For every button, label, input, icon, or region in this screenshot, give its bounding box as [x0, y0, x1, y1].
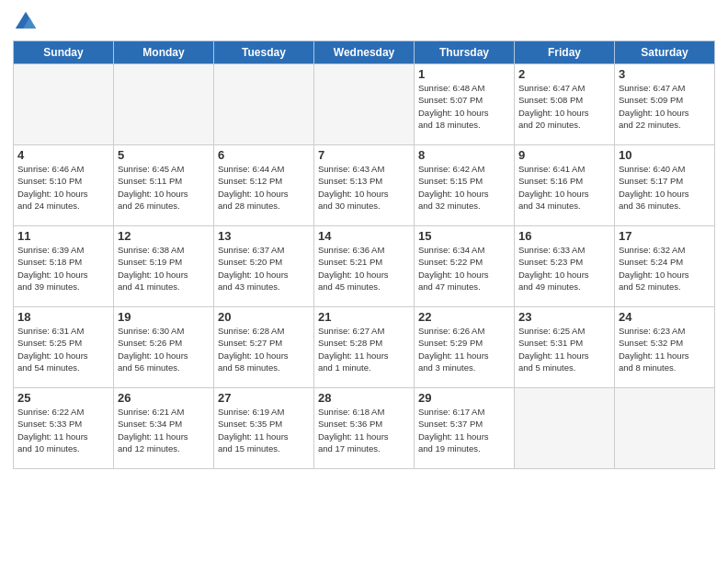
day-info: Sunrise: 6:44 AM Sunset: 5:12 PM Dayligh… — [218, 163, 310, 212]
calendar-cell: 9Sunrise: 6:41 AM Sunset: 5:16 PM Daylig… — [515, 145, 615, 226]
calendar-cell: 21Sunrise: 6:27 AM Sunset: 5:28 PM Dayli… — [314, 307, 415, 388]
calendar-cell: 16Sunrise: 6:33 AM Sunset: 5:23 PM Dayli… — [515, 226, 615, 307]
day-number: 8 — [418, 148, 510, 162]
calendar-cell: 14Sunrise: 6:36 AM Sunset: 5:21 PM Dayli… — [314, 226, 415, 307]
calendar-cell: 25Sunrise: 6:22 AM Sunset: 5:33 PM Dayli… — [14, 388, 114, 469]
calendar-cell: 1Sunrise: 6:48 AM Sunset: 5:07 PM Daylig… — [415, 64, 515, 145]
calendar-cell — [615, 388, 715, 469]
day-info: Sunrise: 6:18 AM Sunset: 5:36 PM Dayligh… — [318, 406, 410, 454]
weekday-header-row: SundayMondayTuesdayWednesdayThursdayFrid… — [14, 41, 715, 64]
day-info: Sunrise: 6:47 AM Sunset: 5:08 PM Dayligh… — [518, 82, 610, 131]
calendar-cell: 4Sunrise: 6:46 AM Sunset: 5:10 PM Daylig… — [14, 145, 114, 226]
day-info: Sunrise: 6:30 AM Sunset: 5:26 PM Dayligh… — [118, 325, 210, 373]
calendar-cell: 22Sunrise: 6:26 AM Sunset: 5:29 PM Dayli… — [415, 307, 515, 388]
day-number: 19 — [118, 310, 210, 324]
calendar-cell: 20Sunrise: 6:28 AM Sunset: 5:27 PM Dayli… — [214, 307, 314, 388]
day-number: 6 — [218, 148, 310, 162]
calendar-cell: 8Sunrise: 6:42 AM Sunset: 5:15 PM Daylig… — [415, 145, 515, 226]
day-info: Sunrise: 6:41 AM Sunset: 5:16 PM Dayligh… — [518, 163, 610, 212]
day-info: Sunrise: 6:28 AM Sunset: 5:27 PM Dayligh… — [218, 325, 310, 373]
calendar-cell: 11Sunrise: 6:39 AM Sunset: 5:18 PM Dayli… — [14, 226, 114, 307]
calendar-cell: 2Sunrise: 6:47 AM Sunset: 5:08 PM Daylig… — [515, 64, 615, 145]
day-number: 26 — [118, 391, 210, 405]
day-info: Sunrise: 6:45 AM Sunset: 5:11 PM Dayligh… — [118, 163, 210, 212]
weekday-header-tuesday: Tuesday — [214, 41, 314, 64]
calendar-week-0: 1Sunrise: 6:48 AM Sunset: 5:07 PM Daylig… — [14, 64, 715, 145]
calendar-cell: 10Sunrise: 6:40 AM Sunset: 5:17 PM Dayli… — [615, 145, 715, 226]
weekday-header-friday: Friday — [515, 41, 615, 64]
calendar-cell: 12Sunrise: 6:38 AM Sunset: 5:19 PM Dayli… — [114, 226, 214, 307]
page-container: SundayMondayTuesdayWednesdayThursdayFrid… — [0, 0, 728, 478]
day-info: Sunrise: 6:34 AM Sunset: 5:22 PM Dayligh… — [418, 244, 510, 293]
day-info: Sunrise: 6:46 AM Sunset: 5:10 PM Dayligh… — [17, 163, 109, 212]
weekday-header-thursday: Thursday — [415, 41, 515, 64]
day-number: 2 — [518, 67, 610, 81]
calendar-cell: 18Sunrise: 6:31 AM Sunset: 5:25 PM Dayli… — [14, 307, 114, 388]
day-number: 5 — [118, 148, 210, 162]
day-number: 18 — [17, 310, 109, 324]
calendar-cell: 23Sunrise: 6:25 AM Sunset: 5:31 PM Dayli… — [515, 307, 615, 388]
day-number: 20 — [218, 310, 310, 324]
day-number: 21 — [318, 310, 410, 324]
day-number: 1 — [418, 67, 510, 81]
day-number: 14 — [318, 229, 410, 243]
day-number: 15 — [418, 229, 510, 243]
day-info: Sunrise: 6:31 AM Sunset: 5:25 PM Dayligh… — [17, 325, 109, 373]
day-info: Sunrise: 6:19 AM Sunset: 5:35 PM Dayligh… — [218, 406, 310, 454]
weekday-header-monday: Monday — [114, 41, 214, 64]
day-number: 12 — [118, 229, 210, 243]
day-info: Sunrise: 6:36 AM Sunset: 5:21 PM Dayligh… — [318, 244, 410, 293]
day-number: 24 — [619, 310, 711, 324]
day-info: Sunrise: 6:42 AM Sunset: 5:15 PM Dayligh… — [418, 163, 510, 212]
calendar-cell: 3Sunrise: 6:47 AM Sunset: 5:09 PM Daylig… — [615, 64, 715, 145]
calendar-cell: 13Sunrise: 6:37 AM Sunset: 5:20 PM Dayli… — [214, 226, 314, 307]
day-number: 7 — [318, 148, 410, 162]
calendar-cell: 26Sunrise: 6:21 AM Sunset: 5:34 PM Dayli… — [114, 388, 214, 469]
calendar-cell — [214, 64, 314, 145]
day-info: Sunrise: 6:38 AM Sunset: 5:19 PM Dayligh… — [118, 244, 210, 293]
day-number: 3 — [619, 67, 711, 81]
day-info: Sunrise: 6:32 AM Sunset: 5:24 PM Dayligh… — [619, 244, 711, 293]
day-info: Sunrise: 6:17 AM Sunset: 5:37 PM Dayligh… — [418, 406, 510, 454]
day-info: Sunrise: 6:25 AM Sunset: 5:31 PM Dayligh… — [518, 325, 610, 373]
calendar-table: SundayMondayTuesdayWednesdayThursdayFrid… — [13, 40, 715, 469]
calendar-cell — [515, 388, 615, 469]
day-info: Sunrise: 6:23 AM Sunset: 5:32 PM Dayligh… — [619, 325, 711, 373]
logo — [13, 9, 42, 35]
day-number: 29 — [418, 391, 510, 405]
weekday-header-sunday: Sunday — [14, 41, 114, 64]
day-number: 9 — [518, 148, 610, 162]
day-info: Sunrise: 6:33 AM Sunset: 5:23 PM Dayligh… — [518, 244, 610, 293]
calendar-cell: 17Sunrise: 6:32 AM Sunset: 5:24 PM Dayli… — [615, 226, 715, 307]
logo-icon — [13, 9, 39, 35]
day-info: Sunrise: 6:43 AM Sunset: 5:13 PM Dayligh… — [318, 163, 410, 212]
calendar-cell — [14, 64, 114, 145]
calendar-week-4: 25Sunrise: 6:22 AM Sunset: 5:33 PM Dayli… — [14, 388, 715, 469]
day-info: Sunrise: 6:22 AM Sunset: 5:33 PM Dayligh… — [17, 406, 109, 454]
day-info: Sunrise: 6:26 AM Sunset: 5:29 PM Dayligh… — [418, 325, 510, 373]
calendar-cell: 7Sunrise: 6:43 AM Sunset: 5:13 PM Daylig… — [314, 145, 415, 226]
day-number: 4 — [17, 148, 109, 162]
calendar-week-3: 18Sunrise: 6:31 AM Sunset: 5:25 PM Dayli… — [14, 307, 715, 388]
day-number: 27 — [218, 391, 310, 405]
page-header — [13, 9, 715, 35]
weekday-header-wednesday: Wednesday — [314, 41, 415, 64]
calendar-cell: 28Sunrise: 6:18 AM Sunset: 5:36 PM Dayli… — [314, 388, 415, 469]
calendar-cell — [314, 64, 415, 145]
calendar-cell: 27Sunrise: 6:19 AM Sunset: 5:35 PM Dayli… — [214, 388, 314, 469]
day-number: 16 — [518, 229, 610, 243]
day-number: 10 — [619, 148, 711, 162]
day-number: 13 — [218, 229, 310, 243]
weekday-header-saturday: Saturday — [615, 41, 715, 64]
calendar-week-1: 4Sunrise: 6:46 AM Sunset: 5:10 PM Daylig… — [14, 145, 715, 226]
day-number: 25 — [17, 391, 109, 405]
day-info: Sunrise: 6:21 AM Sunset: 5:34 PM Dayligh… — [118, 406, 210, 454]
day-info: Sunrise: 6:40 AM Sunset: 5:17 PM Dayligh… — [619, 163, 711, 212]
calendar-cell: 15Sunrise: 6:34 AM Sunset: 5:22 PM Dayli… — [415, 226, 515, 307]
calendar-cell: 19Sunrise: 6:30 AM Sunset: 5:26 PM Dayli… — [114, 307, 214, 388]
day-number: 17 — [619, 229, 711, 243]
calendar-cell: 29Sunrise: 6:17 AM Sunset: 5:37 PM Dayli… — [415, 388, 515, 469]
calendar-cell: 24Sunrise: 6:23 AM Sunset: 5:32 PM Dayli… — [615, 307, 715, 388]
calendar-cell — [114, 64, 214, 145]
day-number: 28 — [318, 391, 410, 405]
